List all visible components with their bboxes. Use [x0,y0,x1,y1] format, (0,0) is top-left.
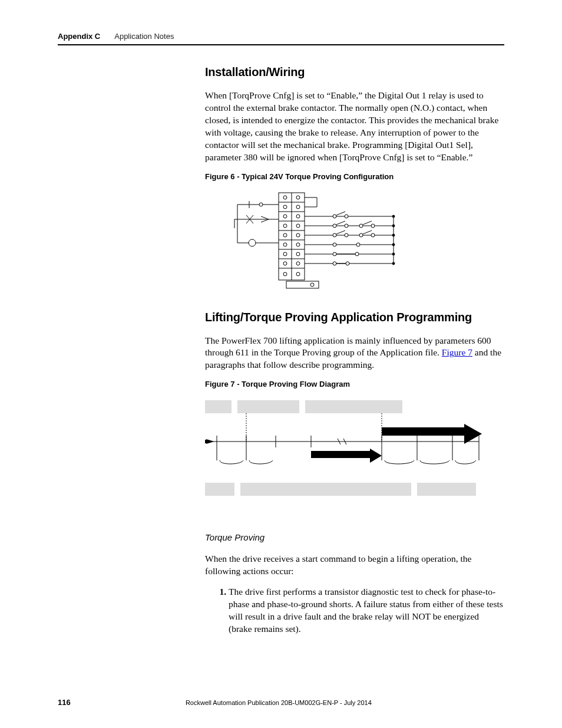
svg-rect-99 [240,483,411,496]
svg-point-62 [333,233,336,237]
svg-point-64 [345,233,348,237]
svg-point-19 [296,205,300,209]
svg-point-5 [249,239,256,246]
svg-point-22 [283,224,287,228]
svg-point-25 [296,233,300,237]
svg-rect-78 [205,400,232,413]
torque-proving-subhead: Torque Proving [205,532,504,542]
page-header: Appendix C Application Notes [58,32,504,45]
svg-rect-100 [417,483,476,496]
svg-rect-94 [382,427,464,436]
publication-id: Rockwell Automation Publication 20B-UM00… [71,699,487,706]
svg-point-31 [296,262,300,265]
svg-point-68 [333,243,336,246]
svg-rect-79 [237,400,299,413]
svg-point-33 [296,272,300,276]
svg-point-69 [356,243,360,246]
svg-point-2 [259,203,263,206]
svg-point-27 [296,243,300,246]
svg-point-55 [345,215,348,218]
svg-rect-96 [311,451,370,458]
svg-line-54 [336,212,345,215]
svg-point-32 [283,272,287,276]
svg-point-29 [296,252,300,256]
svg-rect-93 [205,440,208,443]
step-1: The drive first performs a transistor di… [229,586,504,635]
svg-point-73 [333,262,336,265]
svg-point-52 [392,262,395,265]
torque-proving-intro: When the drive receives a start command … [205,553,504,578]
svg-point-16 [283,196,287,199]
svg-point-70 [333,252,336,256]
appendix-label: Appendix C [58,32,100,41]
svg-point-59 [359,224,363,228]
page-footer: 116 Rockwell Automation Publication 20B-… [58,698,504,707]
section-lifting-paragraph: The PowerFlex 700 lifting application is… [205,335,504,372]
svg-point-50 [392,243,395,246]
svg-point-24 [283,233,287,237]
figure6-caption: Figure 6 - Typical 24V Torque Proving Co… [205,172,504,181]
section-lifting-heading: Lifting/Torque Proving Application Progr… [205,311,504,324]
svg-point-20 [283,215,287,218]
svg-point-65 [359,233,363,237]
svg-point-51 [392,253,395,255]
figure7-diagram [205,394,504,512]
svg-line-57 [336,221,345,225]
svg-point-75 [346,262,349,265]
svg-rect-98 [205,483,234,496]
figure7-link[interactable]: Figure 7 [442,347,472,357]
svg-point-47 [392,215,395,218]
svg-point-17 [296,196,300,199]
torque-proving-steps: The drive first performs a transistor di… [216,586,504,635]
svg-point-21 [296,215,300,218]
section-installation-paragraph: When [TorqProve Cnfg] is set to “Enable,… [205,90,504,164]
svg-line-60 [363,221,372,225]
svg-point-28 [283,252,287,256]
svg-point-23 [296,224,300,228]
svg-point-58 [345,224,348,228]
svg-marker-97 [370,449,382,463]
svg-point-18 [283,205,287,209]
page-number: 116 [58,698,71,707]
svg-point-30 [283,262,287,265]
figure6-diagram [205,187,504,293]
svg-point-61 [371,224,375,228]
svg-rect-80 [305,400,402,413]
svg-point-48 [392,225,395,227]
figure7-caption: Figure 7 - Torque Proving Flow Diagram [205,380,504,388]
section-installation-heading: Installation/Wiring [205,65,504,79]
svg-line-66 [363,230,372,234]
appendix-title: Application Notes [114,32,174,41]
svg-point-72 [355,252,359,256]
svg-point-53 [333,215,336,218]
svg-point-49 [392,234,395,236]
svg-point-67 [371,233,375,237]
svg-point-56 [333,224,336,228]
svg-line-63 [336,230,345,234]
svg-point-26 [283,243,287,246]
svg-point-77 [310,283,314,286]
